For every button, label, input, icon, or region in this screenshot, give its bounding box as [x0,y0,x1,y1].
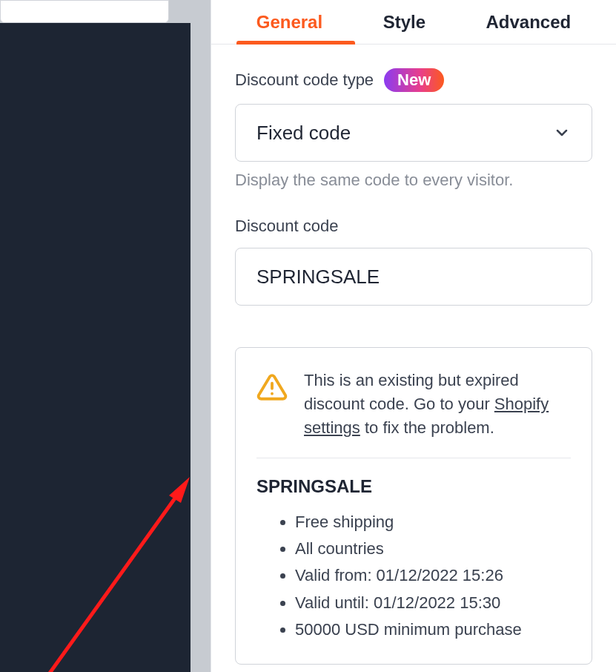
tab-style[interactable]: Style [376,12,433,33]
new-badge: New [384,68,444,92]
discount-alert: This is an existing but expired discount… [235,347,592,665]
discount-type-helper: Display the same code to every visitor. [235,171,592,190]
discount-type-select[interactable]: Fixed code [235,104,592,162]
alert-message: This is an existing but expired discount… [304,369,571,440]
settings-panel: General Style Advanced Discount code typ… [211,0,616,672]
discount-details-list: Free shipping All countries Valid from: … [256,509,571,643]
discount-type-label-row: Discount code type New [235,68,592,92]
discount-code-input[interactable] [235,248,592,306]
preview-area [0,23,191,672]
list-item: Valid from: 01/12/2022 15:26 [295,562,571,589]
tab-advanced[interactable]: Advanced [479,12,579,33]
tab-active-indicator [236,41,355,45]
discount-code-title: SPRINGSALE [256,476,571,497]
alert-text-after: to fix the problem. [360,418,494,437]
list-item: All countries [295,536,571,562]
preview-corner [0,0,169,23]
discount-type-label: Discount code type [235,70,374,90]
list-item: Free shipping [295,509,571,536]
tab-content: Discount code type New Fixed code Displa… [211,45,616,665]
discount-code-label: Discount code [235,217,592,236]
warning-icon [256,372,288,403]
chevron-down-icon [553,124,571,142]
alert-text-before: This is an existing but expired discount… [304,371,519,413]
list-item: Valid until: 01/12/2022 15:30 [295,590,571,616]
list-item: 50000 USD minimum purchase [295,616,571,643]
tab-bar: General Style Advanced [211,0,616,45]
discount-type-value: Fixed code [256,122,351,145]
tab-general[interactable]: General [249,12,330,33]
